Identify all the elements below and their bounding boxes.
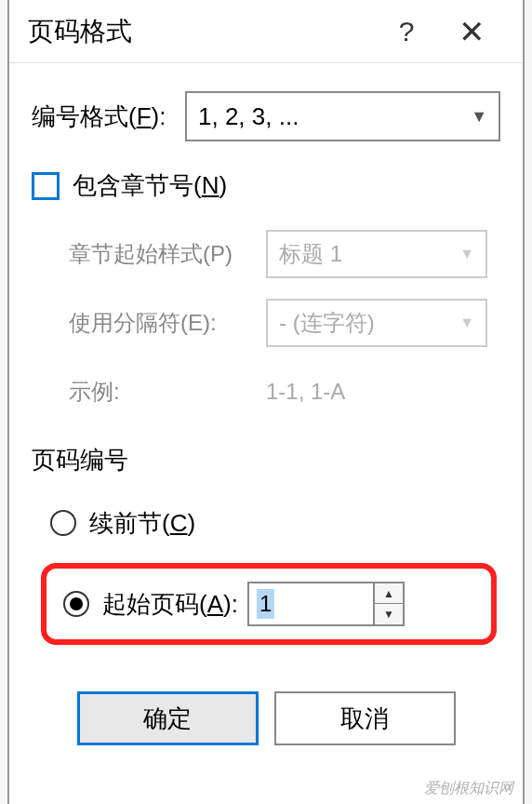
chevron-down-icon: ▼: [459, 315, 474, 331]
page-number-format-dialog: 页码格式 ? ✕ 编号格式(F): 1, 2, 3, ... ▼ 包含章节号(N…: [7, 0, 525, 804]
separator-label: 使用分隔符(E):: [69, 308, 266, 338]
background-left-edge: [0, 0, 7, 804]
include-chapter-row: 包含章节号(N): [32, 169, 500, 202]
close-button[interactable]: ✕: [439, 13, 504, 50]
separator-dropdown: - (连字符) ▼: [266, 299, 487, 347]
separator-row: 使用分隔符(E): - (连字符) ▼: [69, 299, 500, 347]
dialog-content: 编号格式(F): 1, 2, 3, ... ▼ 包含章节号(N) 章节起始样式(…: [9, 63, 523, 745]
numbering-section-title: 页码编号: [32, 444, 500, 476]
example-value: 1-1, 1-A: [266, 379, 345, 405]
spinner-buttons: ▲ ▼: [373, 582, 405, 626]
ok-button[interactable]: 确定: [77, 691, 259, 745]
cancel-button[interactable]: 取消: [274, 691, 456, 745]
chapter-style-value: 标题 1: [279, 239, 459, 269]
continue-from-previous-row[interactable]: 续前节(C): [32, 500, 500, 546]
number-format-row: 编号格式(F): 1, 2, 3, ... ▼: [32, 91, 500, 141]
watermark-text: 爱刨根知识网: [424, 779, 513, 798]
chapter-style-label: 章节起始样式(P): [69, 239, 266, 269]
help-button[interactable]: ?: [374, 16, 439, 47]
chapter-options-section: 章节起始样式(P) 标题 1 ▼ 使用分隔符(E): - (连字符) ▼ 示例:…: [32, 230, 500, 416]
chevron-down-icon: ▼: [471, 107, 487, 127]
number-format-dropdown[interactable]: 1, 2, 3, ... ▼: [185, 91, 500, 141]
button-bar: 确定 取消: [32, 691, 500, 745]
example-label: 示例:: [69, 377, 266, 407]
continue-radio[interactable]: [50, 510, 76, 536]
chapter-style-row: 章节起始样式(P) 标题 1 ▼: [69, 230, 500, 278]
number-format-value: 1, 2, 3, ...: [198, 102, 471, 131]
include-chapter-label: 包含章节号(N): [73, 169, 227, 202]
chevron-down-icon: ▼: [459, 246, 474, 262]
background-right-edge: [525, 0, 532, 804]
separator-value: - (连字符): [279, 308, 459, 338]
spinner-down-button[interactable]: ▼: [375, 604, 403, 624]
titlebar: 页码格式 ? ✕: [9, 0, 523, 63]
start-at-input[interactable]: 1: [247, 582, 373, 626]
chapter-style-dropdown: 标题 1 ▼: [266, 230, 487, 278]
continue-label: 续前节(C): [89, 507, 195, 540]
number-format-label: 编号格式(F):: [32, 100, 185, 133]
start-at-radio[interactable]: [63, 591, 89, 617]
start-at-spinner: 1 ▲ ▼: [247, 582, 405, 626]
example-row: 示例: 1-1, 1-A: [69, 368, 500, 416]
start-at-label: 起始页码(A):: [102, 588, 238, 621]
start-at-value: 1: [257, 589, 274, 619]
dialog-title: 页码格式: [28, 14, 374, 49]
include-chapter-checkbox[interactable]: [32, 172, 60, 200]
spinner-up-button[interactable]: ▲: [375, 583, 403, 604]
start-at-highlight: 起始页码(A): 1 ▲ ▼: [41, 563, 497, 645]
